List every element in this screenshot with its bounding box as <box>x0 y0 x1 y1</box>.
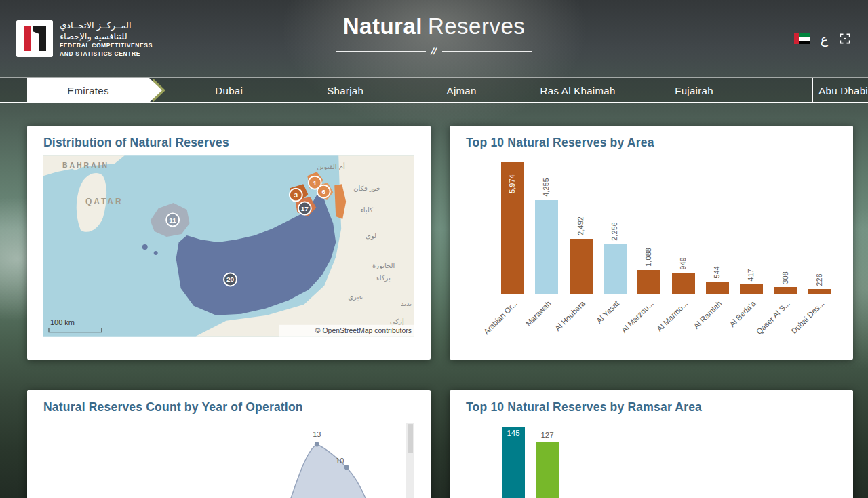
bar-value-label: 226 <box>815 273 823 286</box>
bar-value-label: 1,088 <box>644 248 652 267</box>
logo-english-line1: FEDERAL COMPETITIVENESS <box>60 42 153 49</box>
bar[interactable]: 145 <box>502 427 525 498</box>
dashboard-grid: Distribution of Natural Reserves <box>0 103 868 498</box>
map-place-label: إزكي <box>390 318 404 326</box>
bar-category-label: Dubai Des... <box>789 299 825 335</box>
tab-sharjah[interactable]: Sharjah <box>287 78 403 102</box>
bar[interactable] <box>570 239 593 294</box>
map-region-badge[interactable]: 11 <box>166 214 179 227</box>
area-bar-chart: 5,974Arabian Or...4,255Marawah2,492Al Ho… <box>466 155 837 294</box>
map-place-label: الخابورة <box>372 262 395 269</box>
bar-column[interactable]: 226Dubai Des... <box>803 155 837 294</box>
tab-label: Ras Al Khaimah <box>540 85 616 96</box>
emirates-tab-bar: EmiratesDubaiSharjahAjmanRas Al KhaimahF… <box>0 77 868 103</box>
tab-abu-dhabi[interactable]: Abu Dhabi <box>812 78 868 102</box>
map-region-badge[interactable]: 6 <box>317 185 330 198</box>
svg-text:20: 20 <box>226 275 235 283</box>
map-place-label: عبري <box>348 293 363 301</box>
map-place-label: أم القيوين <box>317 162 345 170</box>
bar-value-label: 2,492 <box>576 216 585 235</box>
map-label-qatar: QATAR <box>85 197 123 206</box>
year-area-chart[interactable]: 13 10 <box>43 420 414 498</box>
tab-emirates[interactable]: Emirates <box>27 78 149 102</box>
card-title: Natural Reserves Count by Year of Operat… <box>43 400 414 415</box>
bar[interactable] <box>740 284 763 294</box>
card-title: Top 10 Natural Reserves by Ramsar Area <box>466 400 837 415</box>
dashboard-page: المــركــز الاتحــادي للتنافسية والإحصاء… <box>0 0 868 498</box>
year-point[interactable] <box>315 442 319 447</box>
page-title-light: Reserves <box>428 14 525 39</box>
bar-column[interactable]: 544Al Ramlah <box>701 155 734 294</box>
svg-text:1: 1 <box>313 179 317 187</box>
ramsar-bar-chart: 145127 <box>502 420 837 498</box>
uae-map[interactable]: BAHRAIN QATAR أم القيوينخور فكانكلباءلوى… <box>43 155 414 337</box>
bar-value-label: 417 <box>747 269 755 281</box>
tab-fujairah[interactable]: Fujairah <box>636 78 752 102</box>
bar-column[interactable]: 145 <box>502 427 525 498</box>
tab-ras-al-khaimah[interactable]: Ras Al Khaimah <box>519 78 635 102</box>
map-region-badge[interactable]: 20 <box>224 273 237 286</box>
tab-dubai[interactable]: Dubai <box>171 78 287 102</box>
svg-text:11: 11 <box>169 216 176 224</box>
bar-column[interactable]: 417Al Beda'a <box>734 155 768 294</box>
svg-text:100 km: 100 km <box>50 318 75 326</box>
svg-text:17: 17 <box>301 205 309 212</box>
map-attribution[interactable]: © OpenStreetMap contributors <box>279 325 414 337</box>
tab-label: Ajman <box>447 85 477 96</box>
year-point[interactable] <box>344 465 349 470</box>
bar-category-label: Al Ramlah <box>692 299 723 330</box>
map-label-bahrain: BAHRAIN <box>62 161 109 169</box>
bar-value-label: 949 <box>679 257 687 269</box>
title-divider: // <box>336 46 532 56</box>
tab-ajman[interactable]: Ajman <box>403 78 519 102</box>
bar[interactable] <box>706 282 729 294</box>
app-header: المــركــز الاتحــادي للتنافسية والإحصاء… <box>0 0 868 77</box>
chart-scrollbar-thumb[interactable] <box>408 424 413 453</box>
map-place-label: بدبد <box>401 300 412 307</box>
map-region-badge[interactable]: 3 <box>290 189 302 202</box>
uae-flag-icon <box>794 33 810 44</box>
bar-category-label: Al Marzou... <box>620 299 655 334</box>
svg-text:© OpenStreetMap contributors: © OpenStreetMap contributors <box>315 327 412 334</box>
bar-column[interactable]: 4,255Marawah <box>530 155 564 294</box>
header-actions: ع <box>794 31 852 46</box>
bar[interactable] <box>672 273 695 294</box>
svg-text:3: 3 <box>294 191 298 199</box>
bar[interactable] <box>808 289 831 294</box>
bar-value-label: 127 <box>536 431 559 439</box>
fullscreen-icon[interactable] <box>838 32 852 45</box>
fcsc-emblem-icon <box>16 20 53 57</box>
card-title: Top 10 Natural Reserves by Area <box>466 136 837 150</box>
card-count-by-year: Natural Reserves Count by Year of Operat… <box>27 390 431 498</box>
bar[interactable] <box>604 244 627 294</box>
bar-column[interactable]: 5,974Arabian Or... <box>496 155 530 294</box>
bar-column[interactable]: 2,256Al Yasat <box>598 155 632 294</box>
card-title: Distribution of Natural Reserves <box>43 136 414 150</box>
bar-value-label: 308 <box>781 271 789 284</box>
bar-value-label: 2,256 <box>610 222 618 241</box>
bar[interactable] <box>637 270 660 294</box>
map-region-badge[interactable]: 17 <box>298 202 311 215</box>
tab-label: Emirates <box>67 85 109 96</box>
title-divider-glyph: // <box>430 46 438 56</box>
tab-label: Dubai <box>215 85 243 96</box>
tab-label: Sharjah <box>327 85 363 96</box>
page-title: NaturalReserves // <box>292 14 576 56</box>
bar[interactable] <box>535 200 558 294</box>
bar-value-label: 544 <box>713 266 721 278</box>
bar-category-label: Marawah <box>524 299 553 328</box>
bar-column[interactable]: 308Qaser Al S... <box>768 155 802 294</box>
bar[interactable] <box>536 442 559 498</box>
bar-column[interactable]: 949Al Marmo... <box>666 155 700 294</box>
bar-column[interactable]: 2,492Al Houbara <box>564 155 598 294</box>
map-island <box>154 251 158 255</box>
map-place-label: كلباء <box>360 206 373 214</box>
svg-text:6: 6 <box>321 188 326 195</box>
bar-value-label: 5,974 <box>508 174 516 193</box>
bar[interactable] <box>774 287 797 294</box>
language-toggle[interactable]: ع <box>821 31 828 46</box>
tab-label: Fujairah <box>675 85 713 96</box>
bar-column[interactable]: 1,088Al Marzou... <box>632 155 666 294</box>
bar-category-label: Al Beda'a <box>728 299 757 328</box>
bar-column[interactable]: 127 <box>536 442 559 498</box>
